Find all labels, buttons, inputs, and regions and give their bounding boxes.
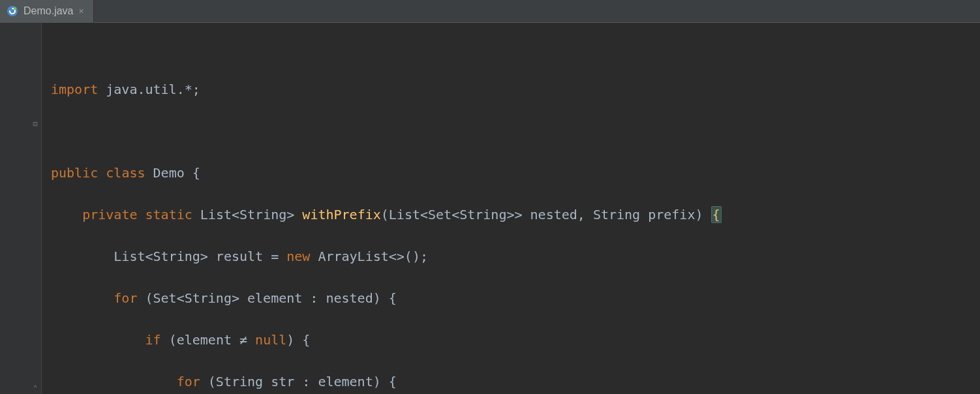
fold-collapse-icon[interactable]: ⊟	[31, 119, 40, 129]
code-line: if (element ≠ null) {	[51, 329, 722, 350]
indent	[51, 249, 114, 264]
file-tab-label: Demo.java	[23, 1, 73, 22]
svg-point-1	[14, 7, 16, 10]
tab-bar: Demo.java ×	[0, 0, 980, 23]
indent	[51, 207, 82, 222]
code-text: List<String> result =	[114, 249, 286, 264]
code-line: for (Set<String> element : nested) {	[51, 288, 722, 309]
code-text: (Set<String> element : nested) {	[137, 290, 396, 306]
fold-end-icon[interactable]: ⌃	[31, 384, 40, 393]
code-text: (String str : element) {	[200, 374, 397, 389]
code-line: public class Demo {	[51, 162, 722, 183]
file-tab[interactable]: Demo.java ×	[0, 0, 94, 22]
editor: ⊟ ⌃ import java.util.*; public class Dem…	[0, 23, 980, 394]
class-name: Demo	[153, 165, 185, 181]
code-text: (element	[161, 332, 239, 348]
keyword-if: if	[145, 332, 161, 348]
indent	[51, 332, 145, 348]
brace-highlighted: {	[711, 206, 722, 223]
svg-point-0	[7, 6, 18, 16]
keyword-for: for	[114, 290, 137, 306]
code-line: private static List<String> withPrefix(L…	[51, 204, 722, 225]
code-line: import java.util.*;	[51, 79, 722, 100]
method-params: (List<Set<String>> nested, String prefix…	[381, 207, 711, 222]
code-text: java.util.*;	[98, 82, 200, 97]
keyword-static: static	[145, 207, 192, 222]
keyword-new: new	[286, 249, 310, 264]
keyword-import: import	[51, 82, 98, 97]
keyword-private: private	[82, 207, 137, 222]
gutter: ⊟ ⌃	[0, 23, 42, 394]
code-text	[247, 332, 255, 348]
java-file-icon	[7, 5, 18, 17]
code-line-blank	[51, 121, 722, 142]
code-text: ArrayList<>();	[310, 249, 428, 264]
indent	[51, 374, 177, 389]
not-equal-icon: ≠	[239, 332, 247, 348]
brace: {	[192, 165, 200, 181]
close-icon[interactable]: ×	[78, 7, 84, 16]
code-text: ) {	[286, 332, 310, 348]
keyword-public: public	[51, 165, 98, 181]
keyword-class: class	[106, 165, 145, 181]
keyword-for: for	[177, 374, 200, 389]
keyword-null: null	[255, 332, 286, 348]
code-line: List<String> result = new ArrayList<>();	[51, 246, 722, 267]
method-name: withPrefix	[302, 207, 380, 222]
indent	[51, 290, 114, 306]
return-type: List<String>	[200, 207, 295, 222]
code-line: for (String str : element) {	[51, 371, 722, 392]
code-area[interactable]: import java.util.*; public class Demo { …	[42, 23, 722, 394]
